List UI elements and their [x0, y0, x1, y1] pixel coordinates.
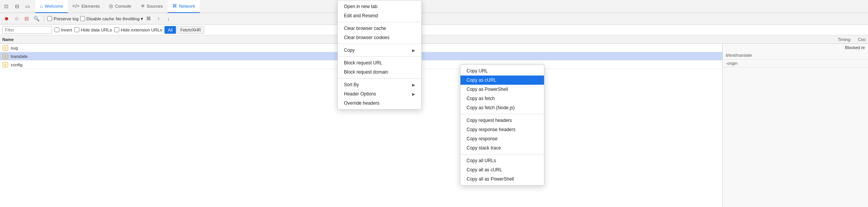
- context-menu-main: Open in new tab Edit and Resend Clear br…: [337, 0, 422, 110]
- preserve-log-checkbox[interactable]: [47, 16, 52, 21]
- right-panel-origin: -origin: [723, 59, 868, 67]
- wifi-icon[interactable]: ⌘: [145, 15, 153, 23]
- menu-item-copy-all-curl[interactable]: Copy all as cURL: [460, 165, 544, 174]
- copy-sep-2: [460, 154, 544, 154]
- tab-sources[interactable]: ✳ Sources: [136, 0, 168, 13]
- menu-sep-4: [338, 78, 421, 79]
- filter-input[interactable]: [2, 26, 52, 34]
- menu-item-copy-as-curl[interactable]: Copy as cURL: [460, 76, 544, 85]
- tab-elements[interactable]: </> Elements: [68, 0, 105, 13]
- throttle-select[interactable]: No throttling ▾: [116, 16, 143, 21]
- split-icon[interactable]: ⊟: [12, 2, 21, 11]
- menu-item-copy-response[interactable]: Copy response: [460, 134, 544, 143]
- invert-label[interactable]: Invert: [54, 27, 72, 32]
- row-icon-sug: {}: [2, 45, 8, 51]
- clear-button[interactable]: ⊟: [22, 15, 31, 23]
- row-name-sug: sug: [11, 46, 18, 50]
- record-button[interactable]: ⏺: [2, 15, 11, 23]
- menu-item-copy[interactable]: Copy ▶: [338, 46, 421, 55]
- disable-cache-label[interactable]: Disable cache: [80, 16, 114, 21]
- filter-type-fetch-xhr[interactable]: Fetch/XHR: [177, 26, 204, 34]
- menu-item-copy-request-headers[interactable]: Copy request headers: [460, 116, 544, 125]
- download-icon[interactable]: ↓: [164, 15, 173, 23]
- tab-bar-icons: ⊡ ⊟ ▭: [2, 2, 32, 11]
- menu-item-copy-all-urls[interactable]: Copy all URLs: [460, 156, 544, 165]
- menu-sep-1: [338, 22, 421, 22]
- filter-type-group: All Fetch/XHR: [164, 26, 204, 34]
- welcome-icon: ⌂: [40, 3, 43, 9]
- menu-item-copy-as-fetch-node[interactable]: Copy as fetch (Node.js): [460, 103, 544, 112]
- row-icon-config: {}: [2, 62, 8, 68]
- menu-sep-3: [338, 56, 421, 57]
- copy-arrow-icon: ▶: [412, 48, 415, 53]
- right-panel: Blocked re it/text/translate -origin: [722, 44, 868, 207]
- menu-item-copy-as-powershell[interactable]: Copy as PowerShell: [460, 85, 544, 94]
- network-icon: ⌘: [172, 3, 177, 9]
- th-coo: Coo: [858, 37, 866, 42]
- th-name: Name: [2, 37, 340, 42]
- console-icon: ◎: [109, 3, 113, 9]
- network-list: {} sug {} translate {} config Blocked re…: [0, 44, 868, 207]
- hide-ext-urls-label[interactable]: Hide extension URLs: [114, 27, 162, 32]
- sources-icon: ✳: [141, 3, 145, 9]
- menu-item-block-domain[interactable]: Block request domain: [338, 67, 421, 77]
- menu-item-sort-by[interactable]: Sort By ▶: [338, 80, 421, 89]
- stop-button[interactable]: ⊘: [12, 15, 21, 23]
- devtools-panel: ⊡ ⊟ ▭ ⌂ Welcome </> Elements ◎ Console ✳…: [0, 0, 868, 207]
- row-icon-translate: {}: [2, 53, 8, 59]
- menu-item-clear-cookies[interactable]: Clear browser cookies: [338, 33, 421, 42]
- preserve-log-label[interactable]: Preserve log: [47, 16, 79, 21]
- disable-cache-checkbox[interactable]: [80, 16, 85, 21]
- upload-icon[interactable]: ↑: [155, 15, 163, 23]
- dock-icon[interactable]: ⊡: [2, 2, 11, 11]
- sort-by-arrow-icon: ▶: [412, 83, 415, 87]
- search-button[interactable]: 🔍: [32, 15, 41, 23]
- copy-sep-1: [460, 114, 544, 114]
- tab-network[interactable]: ⌘ Network: [168, 0, 200, 13]
- menu-item-copy-as-fetch[interactable]: Copy as fetch: [460, 94, 544, 103]
- filter-type-all[interactable]: All: [164, 26, 176, 34]
- right-panel-url: it/text/translate: [723, 51, 868, 59]
- row-name-config: config: [11, 62, 23, 67]
- th-timing: Timing: [838, 37, 850, 42]
- menu-item-edit-resend[interactable]: Edit and Resend: [338, 11, 421, 20]
- menu-sep-2: [338, 44, 421, 44]
- copy-submenu: Copy URL Copy as cURL Copy as PowerShell…: [460, 64, 544, 186]
- tab-console[interactable]: ◎ Console: [104, 0, 136, 13]
- header-options-arrow-icon: ▶: [412, 92, 415, 96]
- tab-bar: ⊡ ⊟ ▭ ⌂ Welcome </> Elements ◎ Console ✳…: [0, 0, 868, 13]
- table-header: Name Timing Coo: [0, 35, 868, 44]
- menu-item-clear-cache[interactable]: Clear browser cache: [338, 24, 421, 33]
- menu-item-copy-stack-trace[interactable]: Copy stack trace: [460, 143, 544, 153]
- menu-item-block-url[interactable]: Block request URL: [338, 58, 421, 67]
- menu-item-copy-all-powershell[interactable]: Copy all as PowerShell: [460, 174, 544, 184]
- filter-bar: Invert Hide data URLs Hide extension URL…: [0, 25, 868, 35]
- elements-icon: </>: [72, 3, 80, 9]
- menu-item-override-headers[interactable]: Override headers: [338, 99, 421, 108]
- menu-item-header-options[interactable]: Header Options ▶: [338, 89, 421, 99]
- throttle-arrow-icon: ▾: [141, 16, 143, 21]
- tab-welcome[interactable]: ⌂ Welcome: [35, 0, 68, 13]
- hide-data-urls-checkbox[interactable]: [74, 27, 79, 32]
- invert-checkbox[interactable]: [54, 27, 59, 32]
- menu-item-copy-response-headers[interactable]: Copy response headers: [460, 125, 544, 134]
- toolbar-sep-1: [44, 15, 44, 22]
- panel-icon[interactable]: ▭: [23, 2, 32, 11]
- hide-data-urls-label[interactable]: Hide data URLs: [74, 27, 112, 32]
- row-name-translate: translate: [11, 54, 28, 59]
- hide-ext-urls-checkbox[interactable]: [114, 27, 119, 32]
- blocked-re-label: Blocked re: [845, 45, 865, 50]
- toolbar: ⏺ ⊘ ⊟ 🔍 Preserve log Disable cache No th…: [0, 13, 868, 25]
- menu-item-copy-url[interactable]: Copy URL: [460, 66, 544, 76]
- menu-item-open-new-tab[interactable]: Open in new tab: [338, 2, 421, 11]
